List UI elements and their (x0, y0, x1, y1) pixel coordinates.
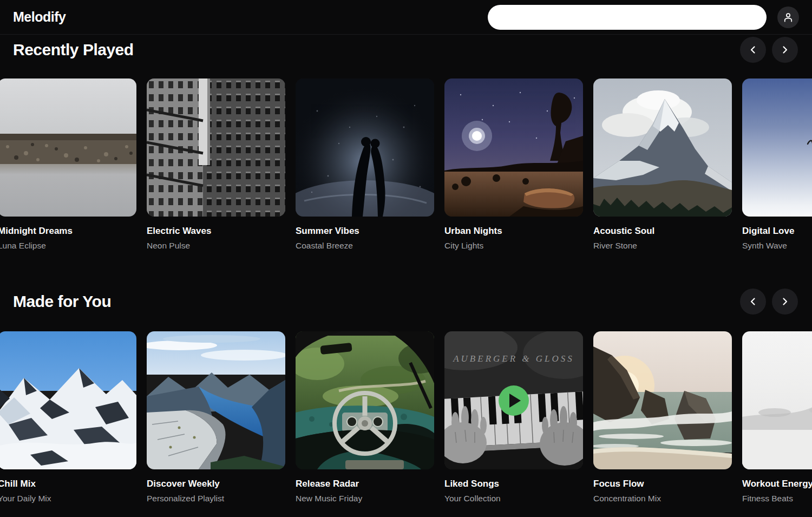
album-art (742, 331, 812, 469)
card-title: Summer Vibes (296, 225, 434, 237)
carousel-controls (740, 37, 798, 63)
section-title: Made for You (13, 292, 111, 311)
playlist-card[interactable]: Urban NightsCity Lights (444, 78, 583, 251)
playlist-card[interactable]: Digital LoveSynth Wave (742, 78, 812, 251)
chevron-left-icon (748, 45, 758, 55)
card-title: Electric Waves (147, 225, 285, 237)
album-art (296, 331, 434, 469)
section-header-recently-played: Recently Played (0, 37, 812, 63)
album-art (0, 331, 136, 469)
card-title: Release Radar (296, 478, 434, 490)
carousel-prev-button[interactable] (740, 289, 766, 315)
card-subtitle: Concentration Mix (593, 493, 732, 504)
album-art (593, 78, 732, 217)
card-title: Workout Energy (742, 478, 812, 490)
play-button[interactable] (499, 385, 529, 416)
card-subtitle: City Lights (444, 240, 583, 251)
album-art (0, 78, 136, 217)
card-title: Urban Nights (444, 225, 583, 237)
chevron-right-icon (780, 297, 790, 306)
playlist-card[interactable]: Acoustic SoulRiver Stone (593, 78, 732, 251)
card-title: Discover Weekly (147, 478, 285, 490)
user-icon (783, 12, 794, 23)
album-art (593, 331, 732, 469)
album-art (147, 331, 285, 469)
section-title: Recently Played (13, 41, 134, 59)
card-title: Chill Mix (0, 478, 136, 490)
carousel-prev-button[interactable] (740, 37, 766, 63)
playlist-card[interactable]: Chill MixYour Daily Mix (0, 331, 136, 504)
svg-text:AUBERGER & GLOSS: AUBERGER & GLOSS (453, 354, 574, 364)
card-title: Acoustic Soul (593, 225, 732, 237)
app-logo: Melodify (13, 9, 66, 25)
card-subtitle: Personalized Playlist (147, 493, 285, 504)
playlist-card[interactable]: Discover WeeklyPersonalized Playlist (147, 331, 285, 504)
playlist-card[interactable]: AUBERGER & GLOSSLiked SongsYour Collecti… (444, 331, 583, 504)
section-header-made-for-you: Made for You (0, 289, 812, 315)
album-art (296, 78, 434, 217)
card-title: Focus Flow (593, 478, 732, 490)
chevron-right-icon (780, 45, 790, 55)
card-row-made-for-you: Chill MixYour Daily MixDiscover WeeklyPe… (0, 331, 812, 504)
search-input[interactable] (488, 5, 767, 30)
playlist-card[interactable]: Midnight DreamsLuna Eclipse (0, 78, 136, 251)
playlist-card[interactable]: Focus FlowConcentration Mix (593, 331, 732, 504)
play-icon (509, 394, 521, 408)
carousel-controls (740, 289, 798, 315)
app-header: Melodify (0, 0, 812, 35)
card-subtitle: River Stone (593, 240, 732, 251)
card-title: Digital Love (742, 225, 812, 237)
card-subtitle: Neon Pulse (147, 240, 285, 251)
card-title: Liked Songs (444, 478, 583, 490)
card-subtitle: New Music Friday (296, 493, 434, 504)
card-subtitle: Luna Eclipse (0, 240, 136, 251)
carousel-next-button[interactable] (772, 289, 798, 315)
playlist-card[interactable]: Workout EnergyFitness Beats (742, 331, 812, 504)
card-title: Midnight Dreams (0, 225, 136, 237)
card-subtitle: Your Collection (444, 493, 583, 504)
card-subtitle: Coastal Breeze (296, 240, 434, 251)
card-row-recently-played: Midnight DreamsLuna EclipseElectric Wave… (0, 78, 812, 251)
album-art (742, 78, 812, 217)
card-subtitle: Your Daily Mix (0, 493, 136, 504)
chevron-left-icon (748, 297, 758, 306)
album-art (444, 78, 583, 217)
card-subtitle: Fitness Beats (742, 493, 812, 504)
playlist-card[interactable]: Electric WavesNeon Pulse (147, 78, 285, 251)
profile-button[interactable] (777, 6, 799, 28)
playlist-card[interactable]: Summer VibesCoastal Breeze (296, 78, 434, 251)
carousel-next-button[interactable] (772, 37, 798, 63)
playlist-card[interactable]: Release RadarNew Music Friday (296, 331, 434, 504)
album-art (147, 78, 285, 217)
card-subtitle: Synth Wave (742, 240, 812, 251)
